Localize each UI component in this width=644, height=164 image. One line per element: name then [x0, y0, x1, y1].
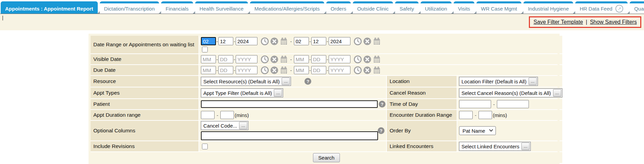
tab-label: Utilization	[425, 6, 447, 12]
tab-label: Health Surveillance	[200, 6, 244, 12]
tab-dictation-transcription[interactable]: Dictation/Transcription	[100, 1, 159, 14]
location-browse-button[interactable]: ...	[529, 78, 537, 85]
date-from-month-input[interactable]	[201, 37, 216, 45]
clear-icon[interactable]	[270, 55, 279, 64]
visible-from-month-input[interactable]	[201, 55, 216, 63]
due-from-year-input[interactable]	[236, 66, 257, 74]
location-picker-value: Location Filter (Default is All)	[459, 79, 529, 84]
cancel-reason-browse-button[interactable]: ...	[553, 89, 561, 97]
optional-columns-input[interactable]	[201, 131, 378, 140]
range-separator: -	[290, 38, 292, 44]
tab-industrial-hygiene[interactable]: Industrial Hygiene	[523, 1, 573, 14]
clock-icon[interactable]	[261, 55, 269, 64]
visible-to-month-input[interactable]	[294, 55, 309, 63]
visible-from-day-input[interactable]	[218, 55, 233, 63]
clear-icon[interactable]	[363, 37, 372, 46]
tab-utilization[interactable]: Utilization	[421, 1, 452, 14]
patient-input[interactable]	[201, 100, 378, 108]
tab-outside-clinic[interactable]: Outside Clinic	[353, 1, 393, 14]
tab-label: Dictation/Transcription	[104, 6, 155, 12]
order-by-select[interactable]: Pat Name	[459, 126, 496, 135]
date-from-day-input[interactable]	[218, 37, 233, 45]
resource-label: Resource	[91, 76, 199, 87]
appt-duration-min-input[interactable]	[201, 111, 215, 119]
calendar-icon[interactable]	[373, 66, 381, 75]
cancel-reason-picker[interactable]: Select Cancel Reason(s) (Default is All)…	[459, 88, 562, 97]
tab-wr-case-mgmt[interactable]: WR Case Mgmt	[476, 1, 521, 14]
tab-appointments-appointment-report[interactable]: Appointments : Appointment Report	[1, 1, 98, 14]
show-saved-filters-link[interactable]: Show Saved Filters	[590, 19, 637, 25]
due-from-month-input[interactable]	[201, 66, 216, 74]
cancel-reason-picker-value: Select Cancel Reason(s) (Default is All)	[459, 90, 553, 96]
date-separator: -	[234, 67, 235, 73]
waiting-list-checkbox[interactable]	[202, 47, 208, 52]
include-revisions-checkbox[interactable]	[202, 144, 208, 149]
calendar-icon[interactable]	[373, 55, 381, 64]
resource-browse-button[interactable]: ...	[282, 78, 290, 85]
visible-to-year-input[interactable]	[329, 55, 350, 63]
due-from-day-input[interactable]	[218, 66, 233, 74]
sub-header-strip: | Save Filter Template | Show Saved Filt…	[0, 14, 644, 30]
calendar-icon[interactable]	[280, 66, 288, 75]
date-separator: -	[216, 38, 218, 44]
appt-duration-max-input[interactable]	[220, 111, 234, 119]
linked-encounters-picker[interactable]: Select Linked Encounters ...	[459, 142, 531, 151]
clear-icon[interactable]	[270, 66, 279, 75]
encounter-duration-max-input[interactable]	[478, 111, 492, 119]
location-picker[interactable]: Location Filter (Default is All) ...	[459, 77, 538, 86]
date-to-month-input[interactable]	[294, 37, 309, 45]
tab-hr-data-feed[interactable]: HR Data Feed ↗	[575, 1, 628, 14]
location-label: Location	[387, 76, 457, 87]
time-of-day-end-input[interactable]	[497, 100, 529, 108]
resource-cell: Select Resource(s) (Default is All) ... …	[199, 76, 386, 87]
appt-type-browse-button[interactable]: ...	[274, 89, 282, 97]
tab-medications-allergies-scripts[interactable]: Medications/Allergies/Scripts	[250, 1, 324, 14]
cancel-reason-label: Cancel Reason	[387, 87, 457, 98]
resource-picker-value: Select Resource(s) (Default is All)	[201, 79, 282, 84]
calendar-icon[interactable]	[280, 37, 288, 46]
tab-label: Quality of Care	[634, 6, 644, 12]
due-to-month-input[interactable]	[294, 66, 309, 74]
tab-health-surveillance[interactable]: Health Surveillance	[195, 1, 248, 14]
clear-icon[interactable]	[270, 37, 279, 46]
external-link-icon[interactable]: ↗	[615, 5, 623, 13]
tab-quality-of-care[interactable]: Quality of Care	[630, 1, 644, 14]
date-separator: -	[309, 56, 311, 62]
date-separator: -	[234, 38, 235, 44]
due-to-day-input[interactable]	[311, 66, 326, 74]
visible-from-year-input[interactable]	[236, 55, 257, 63]
due-date-cell: - - - - -	[199, 65, 562, 75]
date-from-year-input[interactable]	[236, 37, 257, 45]
search-button[interactable]: Search	[313, 153, 340, 162]
time-of-day-cell: -	[457, 99, 562, 109]
clock-icon[interactable]	[354, 55, 362, 64]
tab-safety[interactable]: Safety	[395, 1, 419, 14]
optional-columns-browse-button[interactable]: ...	[239, 122, 247, 129]
visible-to-day-input[interactable]	[311, 55, 326, 63]
date-separator: -	[327, 67, 328, 73]
clear-icon[interactable]	[363, 66, 372, 75]
appt-type-picker[interactable]: Appt Type Filter (Default is All) ...	[201, 88, 283, 97]
tab-visits[interactable]: Visits	[454, 1, 475, 14]
optional-columns-picker[interactable]: Cancel Code... ...	[201, 121, 248, 130]
tab-orders[interactable]: Orders	[326, 1, 351, 14]
linked-encounters-picker-value: Select Linked Encounters	[459, 144, 521, 149]
clock-icon[interactable]	[354, 37, 362, 46]
calendar-icon[interactable]	[373, 37, 381, 46]
time-of-day-start-input[interactable]	[459, 100, 491, 108]
due-to-year-input[interactable]	[329, 66, 350, 74]
encounter-duration-min-input[interactable]	[459, 111, 473, 119]
include-revisions-label: Include Revisions	[91, 141, 199, 151]
clear-icon[interactable]	[363, 55, 372, 64]
date-to-day-input[interactable]	[311, 37, 326, 45]
date-to-year-input[interactable]	[329, 37, 350, 45]
resource-picker[interactable]: Select Resource(s) (Default is All) ...	[201, 77, 291, 86]
linked-encounters-browse-button[interactable]: ...	[521, 143, 530, 150]
save-filter-template-link[interactable]: Save Filter Template	[533, 19, 583, 25]
clock-icon[interactable]	[261, 37, 269, 46]
clock-icon[interactable]	[354, 66, 362, 75]
calendar-icon[interactable]	[280, 55, 288, 64]
patient-cell: ?	[199, 99, 386, 109]
tab-financials[interactable]: Financials	[161, 1, 193, 14]
clock-icon[interactable]	[261, 66, 269, 75]
